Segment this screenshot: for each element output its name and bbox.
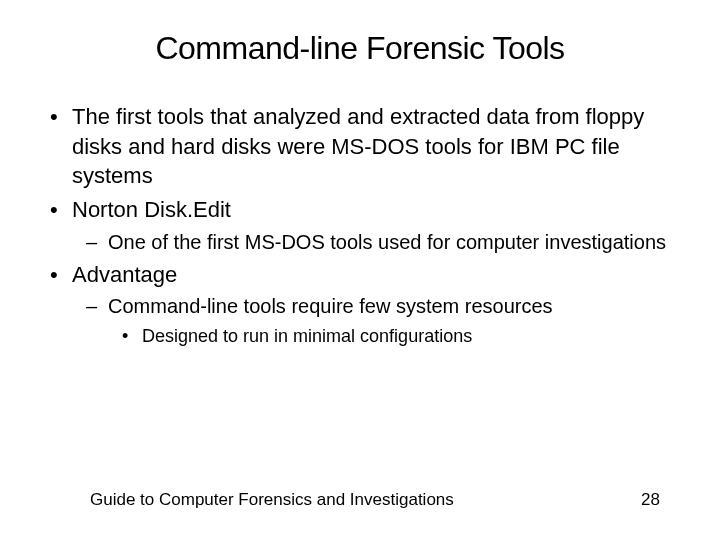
bullet-level3: Designed to run in minimal configuration… (50, 324, 670, 348)
footer-text: Guide to Computer Forensics and Investig… (90, 490, 454, 510)
bullet-level2: Command-line tools require few system re… (50, 293, 670, 320)
bullet-level1: Advantage (50, 260, 670, 290)
bullet-level1: Norton Disk.Edit (50, 195, 670, 225)
bullet-level2: One of the first MS-DOS tools used for c… (50, 229, 670, 256)
page-number: 28 (641, 490, 660, 510)
slide-content: The first tools that analyzed and extrac… (50, 102, 670, 349)
slide-footer: Guide to Computer Forensics and Investig… (0, 490, 720, 510)
slide: Command-line Forensic Tools The first to… (0, 0, 720, 540)
slide-title: Command-line Forensic Tools (50, 30, 670, 67)
bullet-level1: The first tools that analyzed and extrac… (50, 102, 670, 191)
